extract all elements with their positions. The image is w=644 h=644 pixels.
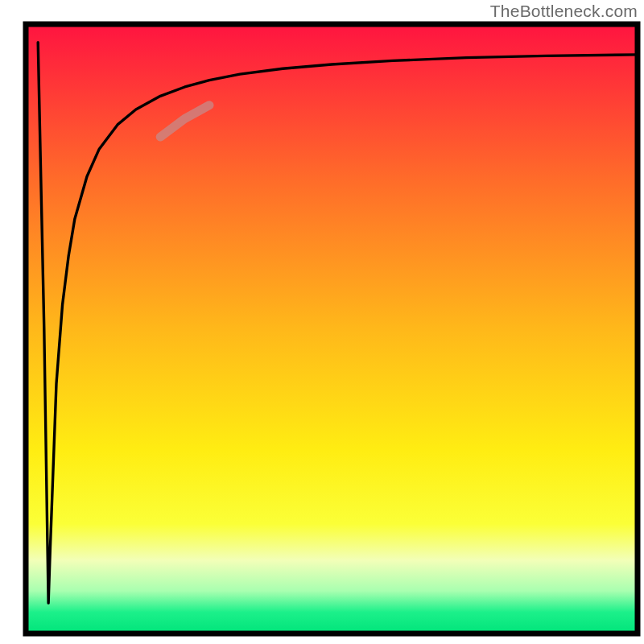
chart-svg <box>0 0 644 644</box>
plot-background <box>26 24 638 634</box>
chart-frame: TheBottleneck.com <box>0 0 644 644</box>
